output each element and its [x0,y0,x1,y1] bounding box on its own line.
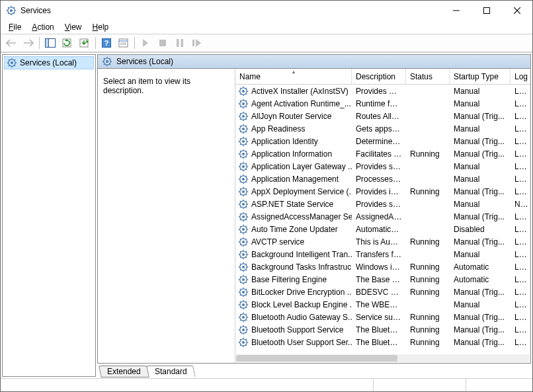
gear-icon [238,212,249,222]
minimize-button[interactable] [441,1,472,20]
maximize-button[interactable] [472,1,502,20]
gear-icon [238,124,249,134]
cell-logon: Loc [511,225,530,234]
refresh-button[interactable] [60,36,75,50]
service-row[interactable]: Application ManagementProcesses in...Man… [235,173,530,185]
tree-item-services-local[interactable]: Services (Local) [4,56,94,69]
cell-description: This is Audi... [352,237,406,247]
service-row[interactable]: Base Filtering EngineThe Base Fil...Runn… [235,273,530,286]
service-row[interactable]: Block Level Backup Engine ...The WBENG..… [235,298,530,311]
stop-service-button[interactable] [155,36,171,50]
gear-icon [238,174,249,184]
gear-icon [7,58,17,68]
column-header-startup[interactable]: Startup Type [450,69,511,84]
menu-file[interactable]: File [3,21,26,33]
column-header-description[interactable]: Description [352,69,406,84]
tab-extended[interactable]: Extended [99,366,149,377]
menu-view[interactable]: View [60,21,87,33]
service-row[interactable]: Background Tasks Infrastruc...Windows in… [235,260,530,273]
menu-action[interactable]: Action [26,21,59,33]
cell-startup: Manual (Trig... [450,187,511,196]
service-row[interactable]: Application IdentityDetermines ...Manual… [235,135,530,147]
restart-icon [192,39,202,47]
service-row[interactable]: AVCTP serviceThis is Audi...RunningManua… [235,235,530,248]
cell-status: Running [406,187,450,196]
service-row[interactable]: AssignedAccessManager Se...AssignedAc...… [235,210,530,223]
pause-icon [177,39,183,47]
service-row[interactable]: Bluetooth User Support Ser...The Bluetoo… [235,336,530,348]
cell-name: Background Intelligent Tran... [235,249,352,260]
cell-startup: Manual (Trig... [450,338,511,347]
services-list: Name ▴ Description Status Startup Type L… [235,69,530,363]
scrollbar-thumb[interactable] [236,355,397,362]
services-app-icon [6,5,17,16]
close-icon [514,7,520,14]
service-row[interactable]: AllJoyn Router ServiceRoutes AllJo...Man… [235,110,530,122]
cell-logon: Loc [511,325,530,334]
export-icon [79,38,90,48]
cell-description: Provides su... [352,162,406,171]
service-row[interactable]: Auto Time Zone UpdaterAutomatica...Disab… [235,223,530,235]
cell-startup: Manual (Trig... [450,237,511,247]
service-row[interactable]: Application Layer Gateway ...Provides su… [235,160,530,173]
cell-logon: Loc [511,124,530,134]
export-list-button[interactable] [77,36,93,50]
back-button[interactable] [3,36,19,50]
cell-logon: Loc [511,300,530,309]
close-button[interactable] [502,1,532,20]
cell-startup: Manual [450,99,511,108]
tree-pane[interactable]: Services (Local) [2,54,96,377]
cell-logon: Loc [511,149,530,159]
gear-icon [238,312,249,323]
cell-startup: Automatic [450,275,511,284]
cell-logon: Loc [511,338,530,347]
list-rows[interactable]: ActiveX Installer (AxInstSV)Provides Us.… [235,85,530,363]
cell-logon: Loc [511,262,530,272]
column-header-logon[interactable]: Log On As [511,69,530,84]
forward-button[interactable] [20,36,36,50]
service-row[interactable]: Bluetooth Audio Gateway S...Service sup.… [235,311,530,323]
restart-service-button[interactable] [189,36,205,50]
titlebar: Services [1,1,532,20]
cell-status: Running [406,275,450,284]
cell-logon: Loc [511,112,530,121]
menu-help[interactable]: Help [87,21,114,33]
column-header-status[interactable]: Status [406,69,450,84]
service-row[interactable]: BitLocker Drive Encryption ...BDESVC hos… [235,286,530,298]
statusbar [1,378,532,391]
cell-logon: Loc [511,250,530,259]
service-row[interactable]: App ReadinessGets apps re...ManualLoc [235,122,530,135]
service-row[interactable]: Application InformationFacilitates t...R… [235,147,530,160]
help-button[interactable]: ? [99,36,114,50]
svg-rect-25 [177,39,179,47]
description-column: Select an item to view its description. [98,69,235,363]
play-icon [142,39,149,47]
cell-name: AllJoyn Router Service [235,111,352,122]
service-row[interactable]: ASP.NET State ServiceProvides su...Manua… [235,198,530,210]
start-service-button[interactable] [138,36,153,50]
cell-status: Running [406,149,450,159]
pause-service-button[interactable] [172,36,188,50]
service-row[interactable]: Background Intelligent Tran...Transfers … [235,248,530,260]
gear-icon [238,161,249,172]
properties-button[interactable] [116,36,132,50]
view-tabs: Extended Standard [97,364,531,377]
cell-startup: Manual (Trig... [450,137,511,146]
gear-icon [238,111,249,122]
service-row[interactable]: ActiveX Installer (AxInstSV)Provides Us.… [235,85,530,97]
column-header-name[interactable]: Name ▴ [235,69,352,84]
service-row[interactable]: Agent Activation Runtime_...Runtime for.… [235,97,530,110]
service-row[interactable]: Bluetooth Support ServiceThe Bluetoo...R… [235,323,530,336]
show-hide-tree-button[interactable] [42,36,58,50]
main-area: Services (Local) Services (Local) Select… [1,52,532,378]
horizontal-scrollbar[interactable] [236,354,530,362]
gear-icon [238,149,249,159]
cell-startup: Manual (Trig... [450,288,511,297]
cell-name: ASP.NET State Service [235,199,352,210]
tab-standard[interactable]: Standard [146,366,196,377]
cell-logon: Loc [511,313,530,322]
cell-name: Agent Activation Runtime_... [235,98,352,109]
service-row[interactable]: AppX Deployment Service (...Provides inf… [235,185,530,198]
cell-logon: Loc [511,288,530,297]
svg-rect-15 [46,39,49,48]
